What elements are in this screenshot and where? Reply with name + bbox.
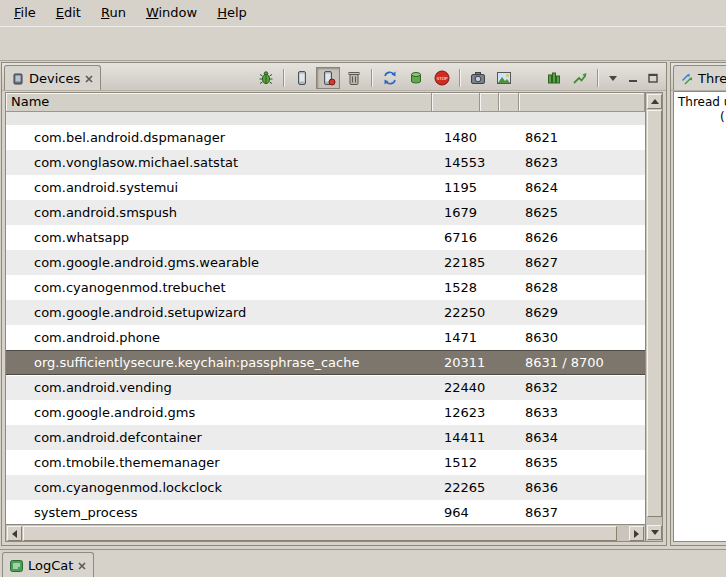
device-current-icon: [320, 70, 336, 86]
blank-cell: [480, 300, 499, 325]
table-row[interactable]: com.bel.android.dspmanager 1480 8621: [6, 125, 645, 150]
menu-run[interactable]: Run: [91, 0, 136, 26]
vertical-scrollbar-thumb[interactable]: [647, 110, 662, 517]
table-row[interactable]: com.android.defcontainer 14411 8634: [6, 425, 645, 450]
pid-cell: 12623: [432, 400, 480, 425]
vertical-scrollbar[interactable]: [645, 93, 662, 541]
debug-attach-button[interactable]: [254, 67, 278, 89]
table-row[interactable]: com.google.android.setupwizard 22250 862…: [6, 300, 645, 325]
pid-cell: 22250: [432, 300, 480, 325]
port-cell: 8637: [519, 500, 645, 524]
process-name-cell: com.google.android.gms.wearable: [6, 250, 432, 275]
column-header-port[interactable]: [519, 93, 645, 111]
port-cell: 8633: [519, 400, 645, 425]
horizontal-scrollbar[interactable]: [6, 524, 645, 541]
process-name-cell: com.android.defcontainer: [6, 425, 432, 450]
update-threads-button[interactable]: [378, 67, 402, 89]
blank-cell: [499, 150, 519, 175]
minimize-icon: [628, 73, 638, 83]
pid-cell: 14411: [432, 425, 480, 450]
table-row[interactable]: com.whatsapp 6716 8626: [6, 225, 645, 250]
threads-tabbar: Threads: [671, 63, 726, 91]
process-name-cell: system_process: [6, 500, 432, 524]
screen-capture-button[interactable]: [466, 67, 490, 89]
stop-icon-label: STOP: [436, 76, 448, 81]
tab-logcat[interactable]: LogCat: [2, 552, 94, 577]
pid-cell: 22265: [432, 475, 480, 500]
capture-image-button[interactable]: [492, 67, 516, 89]
scroll-left-button[interactable]: [7, 526, 22, 541]
close-icon[interactable]: [78, 562, 86, 570]
table-row[interactable]: com.google.android.gms 12623 8633: [6, 400, 645, 425]
table-row[interactable]: org.sufficientlysecure.keychain:passphra…: [6, 350, 645, 375]
table-row[interactable]: com.android.vending 22440 8632: [6, 375, 645, 400]
blank-cell: [480, 351, 499, 374]
debug-bug-icon: [258, 70, 274, 86]
blank-cell: [480, 450, 499, 475]
pid-cell: 1471: [432, 325, 480, 350]
column-header-pid[interactable]: [432, 93, 480, 111]
blank-cell: [480, 125, 499, 150]
blank-cell: [480, 475, 499, 500]
blank-cell: [499, 425, 519, 450]
port-cell: 8623: [519, 150, 645, 175]
port-cell: 8634: [519, 425, 645, 450]
menu-help[interactable]: Help: [207, 0, 257, 26]
pid-cell: 1512: [432, 450, 480, 475]
table-row[interactable]: com.android.phone 1471 8630: [6, 325, 645, 350]
table-row[interactable]: system_process 964 8637: [6, 500, 645, 524]
pid-cell: 1480: [432, 125, 480, 150]
table-row[interactable]: com.vonglasow.michael.satstat 14553 8623: [6, 150, 645, 175]
horizontal-scrollbar-thumb[interactable]: [23, 526, 617, 541]
process-name-cell: com.android.smspush: [6, 200, 432, 225]
table-row-partial[interactable]: [6, 112, 645, 125]
table-row[interactable]: com.android.systemui 1195 8624: [6, 175, 645, 200]
table-row[interactable]: com.android.smspush 1679 8625: [6, 200, 645, 225]
arrow-up-icon: [651, 99, 659, 104]
table-row[interactable]: com.cyanogenmod.lockclock 22265 8636: [6, 475, 645, 500]
port-cell: 8621: [519, 125, 645, 150]
device-current-button[interactable]: [316, 67, 340, 89]
tab-devices[interactable]: Devices: [4, 65, 101, 91]
blank-cell: [499, 125, 519, 150]
blank-cell: [499, 275, 519, 300]
threads-view-panel: Threads Thread up (: [670, 62, 726, 546]
scroll-up-button[interactable]: [647, 94, 662, 109]
port-cell: 8626: [519, 225, 645, 250]
close-icon[interactable]: [85, 75, 93, 83]
thread-view-button[interactable]: [542, 67, 566, 89]
menu-file[interactable]: File: [4, 0, 46, 26]
port-cell: 8630: [519, 325, 645, 350]
table-row[interactable]: com.cyanogenmod.trebuchet 1528 8628: [6, 275, 645, 300]
process-name-cell: com.vonglasow.michael.satstat: [6, 150, 432, 175]
process-name-cell: com.tmobile.thememanager: [6, 450, 432, 475]
process-name-cell: com.google.android.setupwizard: [6, 300, 432, 325]
scroll-right-button[interactable]: [629, 526, 644, 541]
update-heap-button[interactable]: [404, 67, 428, 89]
maximize-button[interactable]: [644, 67, 662, 89]
process-name-cell: com.android.phone: [6, 325, 432, 350]
blank-cell: [499, 225, 519, 250]
port-cell: 8625: [519, 200, 645, 225]
delete-button[interactable]: [342, 67, 366, 89]
menu-window[interactable]: Window: [136, 0, 207, 26]
view-menu-button[interactable]: [604, 67, 622, 89]
heap-view-button[interactable]: [568, 67, 592, 89]
table-row[interactable]: com.tmobile.thememanager 1512 8635: [6, 450, 645, 475]
devices-toolbar: STOP: [254, 66, 662, 90]
process-name-cell: com.cyanogenmod.lockclock: [6, 475, 432, 500]
toolbar-separator: [371, 69, 373, 87]
column-header-blank1[interactable]: [480, 93, 499, 111]
table-row[interactable]: com.google.android.gms.wearable 22185 86…: [6, 250, 645, 275]
process-name-cell: com.google.android.gms: [6, 400, 432, 425]
stop-process-button[interactable]: STOP: [430, 67, 454, 89]
menu-edit[interactable]: Edit: [46, 0, 91, 26]
tab-threads[interactable]: Threads: [673, 65, 726, 91]
pid-cell: 20311: [432, 351, 480, 374]
column-header-blank2[interactable]: [499, 93, 519, 111]
minimize-button[interactable]: [624, 67, 642, 89]
device-button[interactable]: [290, 67, 314, 89]
column-header-name[interactable]: Name: [6, 93, 432, 111]
scroll-down-button[interactable]: [647, 525, 662, 540]
toolbar-separator: [283, 69, 285, 87]
